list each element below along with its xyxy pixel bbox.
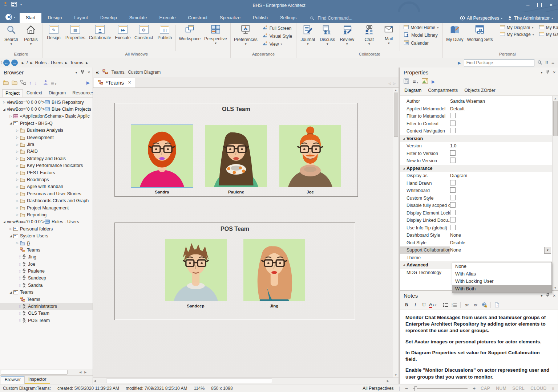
expand-icon[interactable]: ▷ [15, 241, 19, 245]
hamburger-menu-icon[interactable]: ≡ ▾ [413, 78, 418, 85]
property-row-display-as[interactable]: Display asDiagram [400, 172, 552, 180]
section-collapse-icon[interactable]: ◢ [401, 264, 407, 266]
move-up-icon[interactable]: ↑ [29, 80, 32, 86]
expand-icon[interactable]: ▷ [15, 213, 19, 216]
bullet-list-icon[interactable] [442, 301, 449, 309]
actor-paulene[interactable]: Paulene [205, 125, 267, 194]
dropdown-option-none[interactable]: None [452, 262, 551, 270]
tab-teams[interactable]: *Teams ✕ [94, 78, 135, 87]
collapse-chevron-icon[interactable]: « [96, 69, 99, 75]
collapse-icon[interactable]: ◢ [9, 122, 13, 125]
ribbon-tab-settings[interactable]: Settings [274, 13, 303, 23]
tree-item-personal-folders[interactable]: ▷Personal folders [0, 225, 93, 232]
ribbon-button-properties[interactable]: ▤Properties [64, 24, 87, 44]
property-value[interactable] [450, 210, 552, 216]
status-perspectives[interactable]: All Perspectives [363, 386, 393, 391]
dropdown-option-with-alias[interactable]: With Alias [452, 270, 551, 278]
section-collapse-icon[interactable]: ◢ [401, 137, 407, 140]
tree-item-sandra[interactable]: !Sandra [0, 282, 93, 289]
panel-menu-icon[interactable]: ▾ [541, 70, 543, 74]
checkbox-unchecked[interactable] [450, 180, 456, 185]
property-value[interactable]: None [450, 233, 552, 238]
expand-icon[interactable]: ▷ [15, 129, 19, 132]
status-toggle-scrl[interactable]: SCRL [512, 386, 525, 391]
status-toggle-cap[interactable]: CAP [481, 386, 490, 391]
ribbon-button-calendar[interactable]: Calendar [403, 40, 440, 46]
ribbon-button-design[interactable]: ✎Design [44, 24, 64, 44]
property-row-version[interactable]: Version1.0 [400, 142, 552, 150]
ribbon-button-my-package[interactable]: My Package▾ [499, 32, 535, 37]
property-row-whiteboard[interactable]: Whiteboard [400, 187, 552, 195]
actor-joe[interactable]: Joe [279, 125, 341, 194]
canvas-horizontal-scrollbar[interactable]: ◀ ▶ [93, 377, 399, 384]
tree-item-development[interactable]: ▷Development [0, 134, 93, 141]
tree-item-pest-factors[interactable]: ▷PEST Factors [0, 169, 93, 176]
bold-button[interactable]: B [403, 301, 410, 309]
underline-button[interactable]: U [420, 301, 428, 309]
numbered-list-icon[interactable]: 12 [450, 301, 458, 309]
property-value[interactable] [450, 202, 552, 209]
property-value[interactable] [450, 187, 552, 194]
breadcrumb-item[interactable]: / [27, 60, 28, 65]
ribbon-button-preferences[interactable]: Preferences▼ [232, 24, 259, 46]
property-value[interactable] [450, 128, 552, 134]
ribbon-button-perspective[interactable]: Perspective▼ [202, 24, 229, 45]
panel-menu-icon[interactable]: ▾ [76, 70, 77, 74]
expand-icon[interactable]: ▷ [15, 206, 19, 209]
property-value[interactable]: Diagram [450, 173, 552, 178]
section-collapse-icon[interactable]: ◢ [401, 167, 407, 170]
breadcrumb-item[interactable]: Teams [70, 60, 83, 65]
tree-item-paulene[interactable]: !Paulene [0, 268, 93, 274]
tree-item-dashboards-charts-and-graph[interactable]: ▷Dashboards Charts and Graph [0, 197, 93, 204]
checkbox-unchecked[interactable] [450, 158, 456, 163]
expand-icon[interactable]: ▷ [15, 192, 19, 195]
checkbox-unchecked[interactable] [450, 195, 456, 200]
ribbon-tab-publish[interactable]: Publish [247, 13, 274, 23]
notes-content[interactable]: Monitor Chat Messages from users and tea… [400, 310, 558, 384]
image-icon[interactable] [422, 78, 428, 85]
ribbon-button-my-gantt[interactable]: My Gantt [538, 32, 558, 37]
property-row-grid-style[interactable]: Grid StyleDisable [400, 239, 552, 247]
tree-item-roadmaps[interactable]: ▷Roadmaps [0, 176, 93, 183]
checkbox-unchecked[interactable] [450, 121, 456, 126]
ribbon-button-journal[interactable]: Journal▼ [298, 24, 318, 46]
tab-scroll-left-icon[interactable]: ◁ [388, 82, 391, 85]
ribbon-button-working-sets[interactable]: Working Sets [465, 24, 495, 46]
ribbon-button-my-kanban[interactable]: My Kanban [538, 25, 558, 30]
expand-icon[interactable]: ▷ [9, 227, 13, 230]
expand-icon[interactable]: ▷ [15, 178, 19, 181]
property-row-custom-style[interactable]: Custom Style [400, 195, 552, 202]
browser-tab-project[interactable]: Project [2, 89, 23, 97]
pin-icon[interactable] [546, 70, 550, 75]
ribbon-button-portals[interactable]: Portals▼ [21, 24, 41, 46]
play-arrow-icon[interactable]: ▶ [86, 80, 90, 85]
move-down-icon[interactable]: ↓ [35, 80, 37, 86]
actor-sandra[interactable]: Sandra [131, 125, 193, 194]
close-icon[interactable]: ✕ [553, 70, 556, 74]
collapse-icon[interactable]: ◢ [9, 234, 13, 238]
properties-tab-objects-zorder[interactable]: Objects ZOrder [464, 87, 496, 95]
tree-item-reporting[interactable]: ▷Reporting [0, 211, 93, 218]
tree-item--[interactable]: ▷{} [0, 240, 93, 246]
actor-jing[interactable]: Jing [243, 239, 305, 308]
properties-tab-compartments[interactable]: Compartments [427, 87, 458, 95]
ribbon-button-model-library[interactable]: Model Library [403, 32, 440, 38]
ribbon-button-chat[interactable]: Chat▼ [359, 24, 379, 46]
ribbon-tab-design[interactable]: Design [41, 13, 68, 23]
canvas-vertical-scrollbar[interactable]: ▲ ▼ [393, 88, 399, 377]
tree-item-teams[interactable]: Teams [0, 296, 93, 303]
property-row-display-linked-docu-[interactable]: Display Linked Docu... [400, 217, 552, 224]
close-button[interactable]: ✕ [546, 1, 557, 9]
ribbon-button-review[interactable]: Review▼ [337, 24, 357, 46]
property-row-dashboard-style[interactable]: Dashboard StyleNone [400, 232, 552, 239]
italic-button[interactable]: I [412, 301, 419, 309]
actor-sandeep[interactable]: Sandeep [165, 239, 227, 308]
property-value[interactable] [450, 217, 552, 224]
ribbon-button-publish[interactable]: ◫Publish [155, 24, 174, 44]
property-row-filter-to-metamodel[interactable]: Filter to Metamodel [400, 113, 552, 120]
property-value[interactable] [450, 225, 552, 231]
properties-vertical-scrollbar[interactable]: ▲ ▼ [552, 96, 558, 290]
pin-icon[interactable] [81, 70, 84, 75]
property-value[interactable]: Sandra Wiseman [450, 99, 552, 104]
close-icon[interactable]: ✕ [553, 294, 556, 298]
